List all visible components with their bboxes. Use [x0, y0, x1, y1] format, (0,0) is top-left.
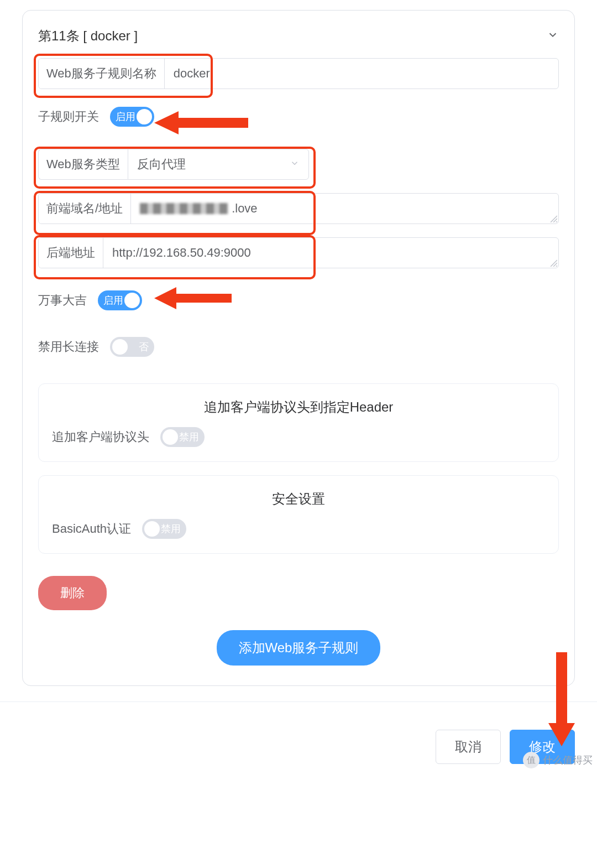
service-type-select[interactable]: 反向代理	[128, 149, 309, 180]
backend-address-input[interactable]	[103, 238, 558, 268]
footer-actions: 取消 修改 值 什么值得买	[0, 701, 597, 772]
cancel-button[interactable]: 取消	[436, 730, 501, 764]
toggle-label: 否	[139, 340, 149, 354]
redacted-text	[140, 203, 228, 214]
frontend-address-field[interactable]: 前端域名/地址 .love	[38, 193, 559, 224]
rule-switch-toggle[interactable]: 启用	[110, 107, 154, 127]
resize-handle-icon[interactable]	[549, 215, 557, 222]
long-conn-label: 禁用长连接	[38, 339, 99, 355]
rule-name-field[interactable]: Web服务子规则名称	[38, 58, 559, 89]
rule-body: Web服务子规则名称 子规则开关 启用 Web服务类型 反向代理	[38, 58, 559, 610]
watermark: 值 什么值得买	[523, 752, 593, 768]
rule-name-label: Web服务子规则名称	[39, 59, 165, 89]
toggle-label: 禁用	[179, 430, 199, 444]
frontend-address-label: 前端域名/地址	[39, 194, 131, 224]
chevron-down-icon	[290, 157, 300, 171]
basic-auth-toggle[interactable]: 禁用	[142, 519, 186, 539]
rule-title: 第11条 [ docker ]	[38, 27, 138, 45]
toggle-label: 启用	[103, 294, 123, 307]
append-header-toggle[interactable]: 禁用	[160, 427, 205, 447]
append-header-label: 追加客户端协议头	[52, 429, 149, 445]
luck-label: 万事大吉	[38, 292, 87, 309]
service-type-value: 反向代理	[137, 156, 186, 173]
rule-switch-label: 子规则开关	[38, 108, 99, 125]
toggle-label: 禁用	[161, 522, 181, 536]
resize-handle-icon[interactable]	[549, 259, 557, 267]
toggle-label: 启用	[116, 110, 135, 123]
rule-card: 第11条 [ docker ] Web服务子规则名称	[22, 10, 575, 686]
long-conn-toggle[interactable]: 否	[110, 337, 154, 357]
security-title: 安全设置	[52, 490, 545, 508]
add-web-rule-button[interactable]: 添加Web服务子规则	[217, 630, 381, 666]
append-header-card: 追加客户端协议头到指定Header 追加客户端协议头 禁用	[38, 383, 559, 462]
frontend-address-input[interactable]: .love	[131, 194, 558, 224]
delete-button[interactable]: 删除	[38, 576, 107, 610]
rule-name-input[interactable]	[165, 59, 558, 89]
luck-toggle[interactable]: 启用	[98, 290, 142, 310]
append-header-title: 追加客户端协议头到指定Header	[52, 398, 545, 416]
backend-address-label: 后端地址	[39, 238, 103, 268]
chevron-down-icon[interactable]	[547, 29, 559, 43]
basic-auth-label: BasicAuth认证	[52, 521, 131, 537]
backend-address-field[interactable]: 后端地址	[38, 237, 559, 268]
security-card: 安全设置 BasicAuth认证 禁用	[38, 475, 559, 554]
service-type-label: Web服务类型	[38, 149, 128, 180]
